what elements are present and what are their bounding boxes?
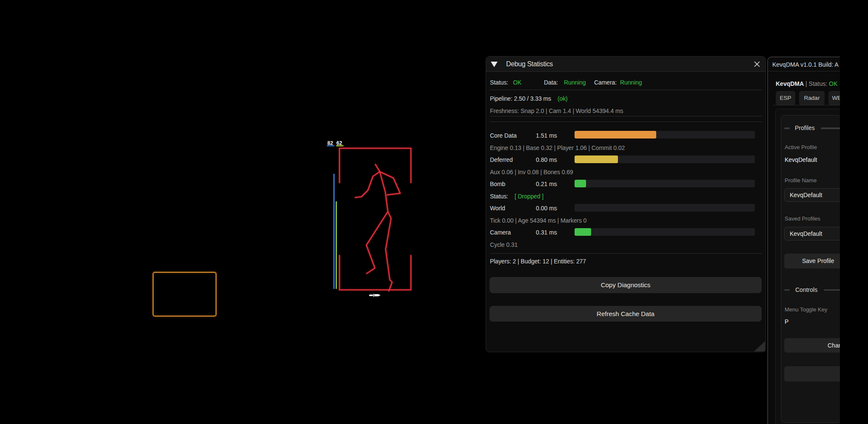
svg-text:82: 82 [327, 140, 333, 146]
svg-text:62: 62 [336, 140, 342, 146]
